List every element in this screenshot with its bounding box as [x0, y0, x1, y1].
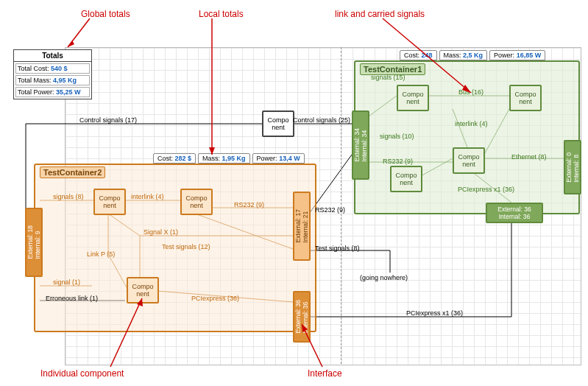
tc2-power-tab: Power: 13,4 W	[252, 153, 305, 164]
lk-control-25: Control signals (25)	[293, 116, 350, 124]
lk-interlink-4o: interlink (4)	[131, 193, 164, 200]
lk-signals-10: signals (10)	[380, 133, 414, 140]
totals-power: Total Power: 35,25 W	[15, 87, 90, 97]
tc1-comp-1[interactable]: Compo nent	[397, 85, 429, 111]
lk-rs232-9: RS232 (9)	[315, 206, 345, 214]
lk-control-17: Control signals (17)	[79, 116, 137, 124]
callout-individual-component: Individual component	[40, 368, 124, 379]
totals-mass: Total Mass: 4,95 Kg	[15, 75, 90, 85]
lk-signal-1: signal (1)	[53, 278, 80, 286]
tc2-comp-1[interactable]: Compo nent	[93, 189, 126, 215]
tc2-comp-2[interactable]: Compo nent	[180, 189, 213, 215]
lk-bus-16: Bus (16)	[458, 88, 483, 96]
tc1-tabs: Cost: 248 Mass: 2,5 Kg Power: 16,85 W	[400, 50, 545, 60]
lk-erroneous-1: Erroneous link (1)	[46, 295, 98, 302]
tc1-iface-right[interactable]: External: 0 Internal: 8	[564, 140, 581, 194]
tc2-comp-3[interactable]: Compo nent	[127, 277, 159, 303]
svg-marker-1	[68, 41, 74, 47]
totals-header: Totals	[14, 50, 91, 62]
callout-link-signals: link and carried signals	[335, 9, 425, 19]
callout-global-totals: Global totals	[81, 9, 130, 19]
tc2-iface-right-2[interactable]: External: 36 Internal: 36	[293, 291, 311, 343]
lk-test-8: Test signals (8)	[315, 245, 360, 252]
lk-test-12: Test signals (12)	[162, 243, 210, 250]
tc2-mass-tab: Mass: 1,95 Kg	[198, 153, 250, 164]
lk-pcie-36g: PCIexpress x1 (36)	[458, 186, 514, 193]
callout-interface: Interface	[308, 368, 342, 379]
tc2-cost-tab: Cost: 282 $	[153, 153, 196, 164]
separator	[341, 47, 341, 364]
tc1-mass-tab: Mass: 2,5 Kg	[439, 50, 488, 60]
lk-pcie-36: PCIexpress x1 (36)	[406, 309, 463, 317]
lk-eth-8: Ethernet (8)	[511, 153, 547, 161]
callout-local-totals: Local totals	[199, 9, 244, 19]
tc1-power-tab: Power: 16,85 W	[489, 50, 545, 60]
tc2-title: TestContainer2	[40, 166, 105, 178]
lk-pcie-36o: PCIexpress (36)	[191, 295, 239, 302]
tc2-tabs: Cost: 282 $ Mass: 1,95 Kg Power: 13,4 W	[153, 153, 305, 164]
svg-line-0	[68, 18, 90, 47]
tc1-comp-3[interactable]: Compo nent	[453, 147, 485, 174]
lk-interlink-4g: interlink (4)	[455, 120, 488, 127]
lk-rs232-9g: RS232 (9)	[383, 158, 413, 165]
lk-signals-15: signals (15)	[371, 74, 405, 81]
totals-box: Totals Total Cost: 540 $ Total Mass: 4,9…	[13, 49, 92, 99]
lk-signalx-1: Signal X (1)	[144, 228, 178, 236]
tc1-iface-left[interactable]: External: 34 Internal: 34	[352, 110, 369, 180]
lk-signals-8: signals (8)	[53, 193, 84, 200]
tc1-iface-bottom[interactable]: External: 36 Internal: 36	[486, 203, 543, 223]
tc1-comp-4[interactable]: Compo nent	[390, 166, 422, 192]
tc2-iface-right-1[interactable]: External: 17 Internal: 21	[293, 192, 311, 261]
tc1-cost-tab: Cost: 248	[400, 50, 437, 60]
tc2-iface-left[interactable]: External: 18 Internal: 9	[25, 208, 43, 277]
lk-linkp-5: Link P (5)	[87, 250, 115, 258]
tc1-comp-2[interactable]: Compo nent	[509, 85, 542, 111]
totals-cost: Total Cost: 540 $	[15, 63, 90, 74]
free-component[interactable]: Compo nent	[262, 110, 294, 137]
lk-nowhere: (going nowhere)	[360, 274, 408, 281]
lk-rs232-9o: RS232 (9)	[234, 201, 264, 208]
